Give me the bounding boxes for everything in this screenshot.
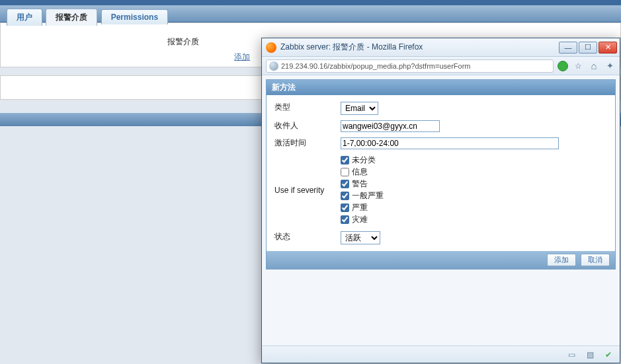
severity-checkbox[interactable] <box>341 215 349 224</box>
url-text: 219.234.90.16/zabbix/popup_media.php?dst… <box>281 62 471 70</box>
severity-label: 未分类 <box>352 155 376 166</box>
severity-option: 警告 <box>341 178 607 190</box>
severity-option: 一般严重 <box>341 190 607 201</box>
popup-body: 新方法 类型 Email 收件人 <box>262 75 620 346</box>
bookmark-icon[interactable]: ☆ <box>572 60 584 72</box>
tab-media[interactable]: 报警介质 <box>46 9 97 26</box>
severity-checkbox[interactable] <box>341 203 349 212</box>
globe-icon <box>269 61 278 71</box>
window-title: Zabbix server: 报警介质 - Mozilla Firefox <box>280 42 558 53</box>
severity-label: 灾难 <box>352 214 368 225</box>
type-select[interactable]: Email <box>341 102 378 115</box>
home-icon[interactable]: ⌂ <box>588 60 600 72</box>
when-input[interactable] <box>341 137 559 149</box>
minimize-button[interactable]: — <box>559 42 577 54</box>
severity-options: 未分类信息警告一般严重严重灾难 <box>337 152 611 229</box>
popup-add-button[interactable]: 添加 <box>547 254 576 266</box>
label-type: 类型 <box>270 99 337 118</box>
severity-label: 信息 <box>352 166 368 178</box>
tab-strip: 用户 报警介质 Permissions <box>0 5 621 22</box>
severity-label: 严重 <box>352 202 368 213</box>
severity-checkbox[interactable] <box>341 168 349 176</box>
firefox-popup-window: Zabbix server: 报警介质 - Mozilla Firefox — … <box>261 38 620 363</box>
browser-toolbar: 219.234.90.16/zabbix/popup_media.php?dst… <box>262 57 620 75</box>
status-icon-3[interactable]: ✔ <box>602 349 614 361</box>
close-button[interactable]: ✕ <box>599 42 617 54</box>
page-crumb-strip <box>0 0 621 5</box>
tab-permissions[interactable]: Permissions <box>101 9 168 24</box>
severity-option: 未分类 <box>341 155 607 166</box>
tab-users[interactable]: 用户 <box>7 9 42 26</box>
popup-cancel-button[interactable]: 取消 <box>581 254 610 266</box>
label-when: 激活时间 <box>270 135 337 152</box>
status-icon-2[interactable]: ▤ <box>584 349 596 361</box>
panel-title: 新方法 <box>267 80 615 95</box>
severity-option: 灾难 <box>341 214 607 225</box>
status-select[interactable]: 活跃 <box>341 231 380 244</box>
add-media-link[interactable]: 添加 <box>234 52 250 61</box>
sendto-input[interactable] <box>341 120 440 132</box>
go-icon[interactable] <box>558 61 568 71</box>
label-sendto: 收件人 <box>270 118 337 135</box>
label-severity: Use if severity <box>270 152 337 229</box>
severity-checkbox[interactable] <box>341 156 349 164</box>
panel-footer: 添加 取消 <box>267 251 615 269</box>
plugin-icon[interactable]: ✦ <box>604 60 616 72</box>
severity-option: 严重 <box>341 202 607 213</box>
firefox-icon <box>266 42 276 53</box>
url-bar[interactable]: 219.234.90.16/zabbix/popup_media.php?dst… <box>266 59 554 73</box>
severity-option: 信息 <box>341 166 607 178</box>
status-icon-1[interactable]: ▭ <box>565 349 577 361</box>
severity-checkbox[interactable] <box>341 180 349 188</box>
new-method-panel: 新方法 类型 Email 收件人 <box>266 79 616 270</box>
panel-body: 类型 Email 收件人 激活时间 <box>267 95 615 251</box>
severity-label: 一般严重 <box>352 190 384 201</box>
label-status: 状态 <box>270 229 337 247</box>
maximize-button[interactable]: ☐ <box>579 42 597 54</box>
severity-label: 警告 <box>352 178 368 190</box>
media-label: 报警介质 <box>1 36 199 48</box>
window-statusbar: ▭ ▤ ✔ <box>262 346 620 363</box>
severity-checkbox[interactable] <box>341 192 349 200</box>
window-titlebar[interactable]: Zabbix server: 报警介质 - Mozilla Firefox — … <box>262 38 620 57</box>
